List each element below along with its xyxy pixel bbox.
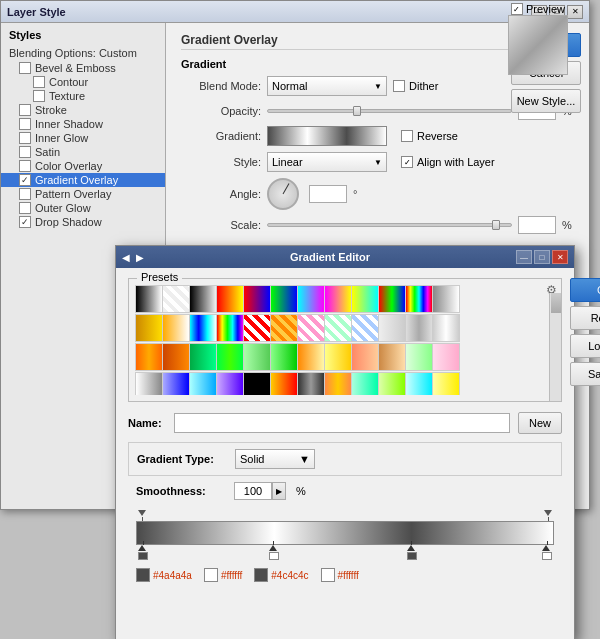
preset-18[interactable] [270,314,298,342]
pattern-overlay-checkbox[interactable] [19,188,31,200]
scale-slider-track[interactable] [267,223,512,227]
color-swatch-2[interactable] [204,568,218,582]
preset-40[interactable] [216,372,244,395]
style-item-gradient-overlay[interactable]: Gradient Overlay [1,173,165,187]
preset-23[interactable] [405,314,433,342]
style-item-contour[interactable]: Contour [1,75,165,89]
color-stop-4[interactable] [542,541,552,560]
preset-24[interactable] [432,314,460,342]
preset-25[interactable] [135,343,163,371]
name-input[interactable]: Custom [174,413,510,433]
preset-16[interactable] [216,314,244,342]
dither-checkbox[interactable] [393,80,405,92]
preset-5[interactable] [243,285,271,313]
preset-11[interactable] [405,285,433,313]
ge-maximize-btn[interactable]: □ [534,250,550,264]
preview-checkbox[interactable] [511,3,523,15]
texture-checkbox[interactable] [33,90,45,102]
gradient-bar[interactable] [267,126,387,146]
presets-scrollbar-thumb[interactable] [551,293,561,313]
style-item-satin[interactable]: Satin [1,145,165,159]
preset-41[interactable] [243,372,271,395]
style-item-pattern-overlay[interactable]: Pattern Overlay [1,187,165,201]
color-swatch-3[interactable] [254,568,268,582]
preset-4[interactable] [216,285,244,313]
presets-scrollbar[interactable] [549,293,561,401]
preset-47[interactable] [405,372,433,395]
color-overlay-checkbox[interactable] [19,160,31,172]
style-item-color-overlay[interactable]: Color Overlay [1,159,165,173]
style-dropdown[interactable]: Linear ▼ [267,152,387,172]
preset-29[interactable] [243,343,271,371]
preset-45[interactable] [351,372,379,395]
smoothness-stepper[interactable]: ▶ [272,482,286,500]
preset-30[interactable] [270,343,298,371]
gradient-main-bar[interactable] [136,521,554,545]
style-item-stroke[interactable]: Stroke [1,103,165,117]
angle-dial[interactable] [267,178,299,210]
preset-43[interactable] [297,372,325,395]
blend-mode-dropdown[interactable]: Normal ▼ [267,76,387,96]
drop-shadow-checkbox[interactable] [19,216,31,228]
reverse-checkbox[interactable] [401,130,413,142]
color-swatch-4[interactable] [321,568,335,582]
scale-input[interactable]: 100 [518,216,556,234]
style-item-bevel[interactable]: Bevel & Emboss [1,61,165,75]
ge-ok-button[interactable]: OK [570,278,600,302]
preset-13[interactable] [135,314,163,342]
preset-32[interactable] [324,343,352,371]
preset-31[interactable] [297,343,325,371]
angle-input[interactable]: 120 [309,185,347,203]
blending-options[interactable]: Blending Options: Custom [1,45,165,61]
preset-20[interactable] [324,314,352,342]
bevel-checkbox[interactable] [19,62,31,74]
preset-14[interactable] [162,314,190,342]
ge-arrow-left[interactable]: ◀ [122,252,130,263]
opacity-slider-track[interactable] [267,109,512,113]
satin-checkbox[interactable] [19,146,31,158]
stroke-checkbox[interactable] [19,104,31,116]
preset-36[interactable] [432,343,460,371]
color-stop-2[interactable] [269,541,279,560]
style-item-texture[interactable]: Texture [1,89,165,103]
style-item-drop-shadow[interactable]: Drop Shadow [1,215,165,229]
ge-reset-button[interactable]: Reset [570,306,600,330]
style-item-outer-glow[interactable]: Outer Glow [1,201,165,215]
new-button[interactable]: New [518,412,562,434]
ge-arrow-right[interactable]: ▶ [136,252,144,263]
color-stop-1[interactable] [138,541,148,560]
preset-12[interactable] [432,285,460,313]
preset-34[interactable] [378,343,406,371]
preset-1[interactable] [135,285,163,313]
preset-46[interactable] [378,372,406,395]
ge-save-button[interactable]: Save... [570,362,600,386]
preset-33[interactable] [351,343,379,371]
style-item-inner-glow[interactable]: Inner Glow [1,131,165,145]
preset-26[interactable] [162,343,190,371]
preset-19[interactable] [297,314,325,342]
preset-48[interactable] [432,372,460,395]
preset-15[interactable] [189,314,217,342]
preset-17[interactable] [243,314,271,342]
alpha-stop-left[interactable] [138,510,146,520]
outer-glow-checkbox[interactable] [19,202,31,214]
ge-load-button[interactable]: Load... [570,334,600,358]
inner-glow-checkbox[interactable] [19,132,31,144]
preset-10[interactable] [378,285,406,313]
preset-44[interactable] [324,372,352,395]
preset-21[interactable] [351,314,379,342]
style-item-inner-shadow[interactable]: Inner Shadow [1,117,165,131]
contour-checkbox[interactable] [33,76,45,88]
preset-42[interactable] [270,372,298,395]
opacity-slider-thumb[interactable] [353,106,361,116]
preset-22[interactable] [378,314,406,342]
preset-38[interactable] [162,372,190,395]
preset-37[interactable] [135,372,163,395]
preset-35[interactable] [405,343,433,371]
preset-9[interactable] [351,285,379,313]
preset-3[interactable] [189,285,217,313]
color-swatch-1[interactable] [136,568,150,582]
gradient-type-select[interactable]: Solid ▼ [235,449,315,469]
gradient-overlay-checkbox[interactable] [19,174,31,186]
preset-28[interactable] [216,343,244,371]
